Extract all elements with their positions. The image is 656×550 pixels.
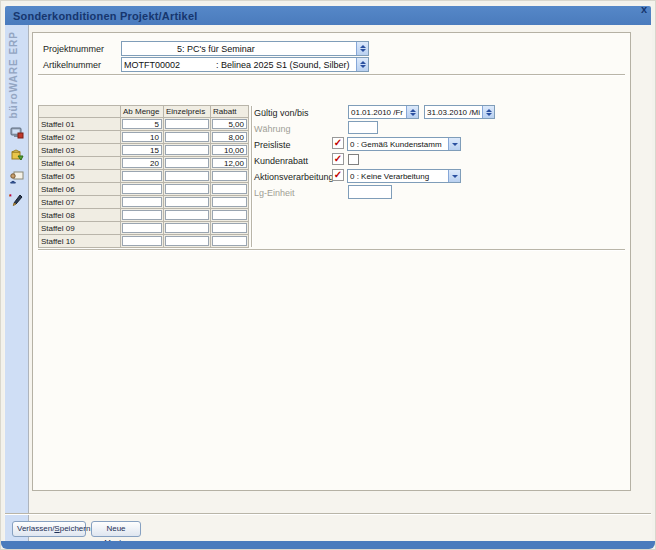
gueltig-label: Gültig von/bis	[254, 108, 309, 118]
row-label: Staffel 09	[39, 222, 121, 235]
signature-icon[interactable]: *	[9, 192, 24, 207]
aktionsverarbeitung-label: Aktionsverarbeitung	[254, 172, 334, 182]
projektnummer-label: Projektnummer	[43, 44, 104, 54]
artikelnummer-spinner[interactable]	[356, 58, 368, 71]
row-label: Staffel 04	[39, 157, 121, 170]
article-icon[interactable]	[9, 148, 24, 163]
row-label: Staffel 08	[39, 209, 121, 222]
artikelnummer-label: Artikelnummer	[43, 60, 101, 70]
waehrung-label: Währung	[254, 124, 291, 134]
preisliste-label: Preisliste	[254, 140, 291, 150]
sidebar-toolbar: *	[9, 126, 24, 207]
abmenge-cell[interactable]: 15	[122, 145, 162, 155]
einzelpreis-cell[interactable]	[165, 119, 209, 129]
gueltig-bis-field[interactable]: 31.03.2010 /Mi	[424, 105, 495, 119]
rabatt-cell[interactable]: 10,00	[212, 145, 247, 155]
row-label: Staffel 10	[39, 235, 121, 248]
btn-text: Verlassen/	[17, 524, 54, 533]
artikelnummer-code: MOTFT00002	[124, 60, 216, 70]
verlassen-speichern-button[interactable]: Verlassen/Speichern	[12, 521, 86, 537]
row-label: Staffel 05	[39, 170, 121, 183]
table-row: Staffel 10	[39, 235, 249, 248]
abmenge-cell[interactable]	[122, 197, 162, 207]
gueltig-bis-spinner[interactable]	[482, 106, 494, 118]
einzelpreis-cell[interactable]	[165, 171, 209, 181]
einzelpreis-cell[interactable]	[165, 184, 209, 194]
rabatt-cell[interactable]	[212, 197, 247, 207]
einzelpreis-cell[interactable]	[165, 197, 209, 207]
preisliste-combo[interactable]: 0 : Gemäß Kundenstamm	[347, 137, 461, 151]
waehrung-field[interactable]	[348, 121, 378, 134]
btn-text: Neue	[106, 524, 125, 533]
gueltig-von-field[interactable]: 01.01.2010 /Fr	[348, 105, 419, 119]
rabatt-cell[interactable]	[212, 236, 247, 246]
rabatt-cell[interactable]	[212, 210, 247, 220]
workstation-icon[interactable]	[9, 126, 24, 141]
preisliste-dropdown-icon[interactable]	[448, 138, 460, 150]
rabatt-cell[interactable]: 8,00	[212, 132, 247, 142]
einzelpreis-cell[interactable]	[165, 145, 209, 155]
artikelnummer-field[interactable]: MOTFT00002: Belinea 2025 S1 (Sound, Silb…	[121, 57, 369, 72]
aktionsverarbeitung-combo[interactable]: 0 : Keine Verarbeitung	[347, 169, 461, 183]
table-row: Staffel 07	[39, 196, 249, 209]
projektnummer-value: 5: PC's für Seminar	[122, 44, 356, 54]
svg-text:*: *	[9, 193, 12, 200]
preisliste-check-button[interactable]: ✓	[332, 137, 344, 149]
einzelpreis-cell[interactable]	[165, 223, 209, 233]
rabatt-cell[interactable]	[212, 223, 247, 233]
einzelpreis-cell[interactable]	[165, 210, 209, 220]
window-bottom-frame	[1, 541, 655, 549]
table-row: Staffel 042012,00	[39, 157, 249, 170]
form-panel	[32, 32, 631, 491]
kundenrabatt-checkbox[interactable]	[348, 154, 359, 165]
table-row: Staffel 06	[39, 183, 249, 196]
close-icon[interactable]: x	[641, 3, 647, 15]
row-label: Staffel 03	[39, 144, 121, 157]
row-label: Staffel 01	[39, 118, 121, 131]
table-row: Staffel 08	[39, 209, 249, 222]
projektnummer-spinner[interactable]	[356, 42, 368, 55]
row-label: Staffel 07	[39, 196, 121, 209]
abmenge-cell[interactable]	[122, 236, 162, 246]
col-rabatt: Rabatt	[211, 106, 249, 118]
brand-vertical-text: büroWARE ERP	[8, 31, 19, 119]
einzelpreis-cell[interactable]	[165, 158, 209, 168]
table-row: Staffel 02108,00	[39, 131, 249, 144]
neue-maske-button[interactable]: Neue Maske	[91, 521, 141, 537]
abmenge-cell[interactable]: 5	[122, 119, 162, 129]
abmenge-cell[interactable]	[122, 184, 162, 194]
table-row: Staffel 031510,00	[39, 144, 249, 157]
staffel-table: Ab Menge Einzelpreis Rabatt Staffel 0155…	[38, 105, 249, 248]
row-label: Staffel 02	[39, 131, 121, 144]
lg-einheit-field[interactable]	[348, 185, 392, 199]
abmenge-cell[interactable]	[122, 171, 162, 181]
col-empty	[39, 106, 121, 118]
einzelpreis-cell[interactable]	[165, 236, 209, 246]
table-row: Staffel 0155,00	[39, 118, 249, 131]
aktionsverarbeitung-check-button[interactable]: ✓	[332, 169, 344, 181]
projektnummer-field[interactable]: 5: PC's für Seminar	[121, 41, 369, 56]
gueltig-bis-value: 31.03.2010 /Mi	[425, 108, 482, 117]
presentation-icon[interactable]	[9, 170, 24, 185]
rabatt-cell[interactable]	[212, 184, 247, 194]
artikelnummer-desc: : Belinea 2025 S1 (Sound, Silber)	[216, 60, 350, 70]
rabatt-cell[interactable]	[212, 171, 247, 181]
pane-separator	[251, 106, 253, 247]
aktionsverarbeitung-dropdown-icon[interactable]	[448, 170, 460, 182]
rabatt-cell[interactable]: 5,00	[212, 119, 247, 129]
divider-mid	[38, 249, 625, 251]
sidebar: büroWARE ERP *	[5, 25, 29, 541]
abmenge-cell[interactable]: 20	[122, 158, 162, 168]
col-einzelpreis: Einzelpreis	[164, 106, 211, 118]
abmenge-cell[interactable]	[122, 210, 162, 220]
rabatt-cell[interactable]: 12,00	[212, 158, 247, 168]
btn-text: peichern	[60, 524, 91, 533]
abmenge-cell[interactable]	[122, 223, 162, 233]
kundenrabatt-check-button[interactable]: ✓	[332, 153, 344, 165]
einzelpreis-cell[interactable]	[165, 132, 209, 142]
gueltig-von-spinner[interactable]	[406, 106, 418, 118]
abmenge-cell[interactable]: 10	[122, 132, 162, 142]
app-window: Sonderkonditionen Projekt/Artikel x büro…	[0, 0, 656, 550]
kundenrabatt-label: Kundenrabatt	[254, 156, 308, 166]
divider-bottom	[5, 513, 651, 515]
